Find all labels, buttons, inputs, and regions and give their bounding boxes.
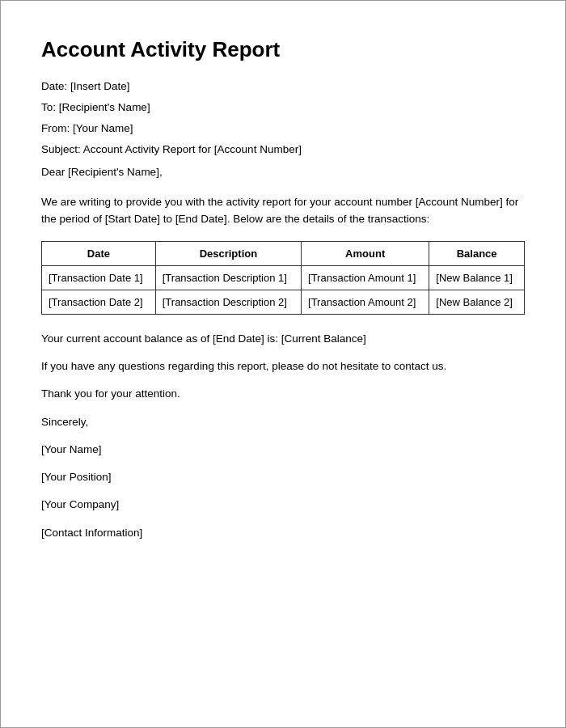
table-cell-1-2: [Transaction Amount 2] xyxy=(302,290,429,314)
intro-paragraph: We are writing to provide you with the a… xyxy=(41,194,525,228)
to-line: To: [Recipient's Name] xyxy=(41,101,525,113)
col-header-date: Date xyxy=(42,241,156,265)
col-header-description: Description xyxy=(155,241,301,265)
table-header-row: Date Description Amount Balance xyxy=(42,241,525,265)
thank-you-line: Thank you for your attention. xyxy=(41,386,525,402)
table-cell-0-2: [Transaction Amount 1] xyxy=(302,265,429,290)
your-company-label: [Your Company] xyxy=(41,497,525,513)
table-cell-0-1: [Transaction Description 1] xyxy=(155,265,301,290)
contact-info-label: [Contact Information] xyxy=(41,525,525,541)
table-row: [Transaction Date 1][Transaction Descrip… xyxy=(42,265,525,290)
balance-line: Your current account balance as of [End … xyxy=(41,331,525,347)
footer-section: Your current account balance as of [End … xyxy=(41,331,525,541)
your-position-label: [Your Position] xyxy=(41,469,525,485)
report-title: Account Activity Report xyxy=(41,37,525,62)
page-container: Account Activity Report Date: [Insert Da… xyxy=(0,0,566,728)
table-cell-0-3: [New Balance 1] xyxy=(429,265,525,290)
sincerely-label: Sincerely, xyxy=(41,414,525,430)
your-name-label: [Your Name] xyxy=(41,442,525,458)
table-cell-1-0: [Transaction Date 2] xyxy=(42,290,156,314)
dear-line: Dear [Recipient's Name], xyxy=(41,164,525,181)
date-line: Date: [Insert Date] xyxy=(41,80,525,92)
table-cell-0-0: [Transaction Date 1] xyxy=(42,265,156,290)
table-row: [Transaction Date 2][Transaction Descrip… xyxy=(42,290,525,314)
questions-line: If you have any questions regarding this… xyxy=(41,358,525,375)
col-header-balance: Balance xyxy=(429,241,525,265)
table-cell-1-3: [New Balance 2] xyxy=(429,290,525,314)
col-header-amount: Amount xyxy=(302,241,429,265)
subject-line: Subject: Account Activity Report for [Ac… xyxy=(41,143,525,155)
transactions-table: Date Description Amount Balance [Transac… xyxy=(41,241,525,315)
from-line: From: [Your Name] xyxy=(41,122,525,134)
table-cell-1-1: [Transaction Description 2] xyxy=(155,290,301,314)
